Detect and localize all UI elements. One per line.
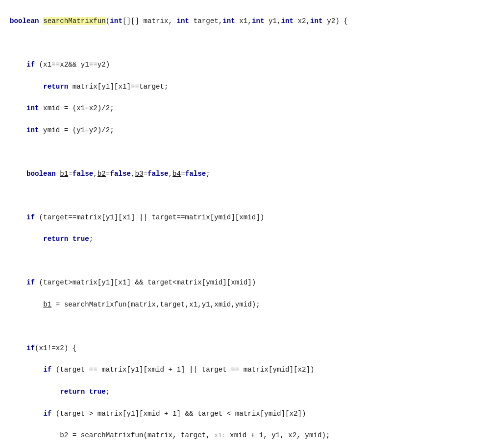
line-20: b2 = searchMatrixfun(matrix, target, x1:… [10, 430, 480, 441]
line-15 [10, 321, 480, 331]
line-17: if (target == matrix[y1][xmid + 1] || ta… [10, 364, 480, 375]
line-7 [10, 147, 480, 158]
line-19: if (target > matrix[y1][xmid + 1] && tar… [10, 408, 480, 419]
line-5: int xmid = (x1+x2)/2; [10, 103, 480, 114]
line-16: if(x1!=x2) { [10, 343, 480, 354]
code-container: boolean searchMatrixfun(int[][] matrix, … [0, 0, 490, 448]
line-2 [10, 38, 480, 48]
line-1: boolean searchMatrixfun(int[][] matrix, … [10, 16, 480, 26]
line-12 [10, 256, 480, 266]
line-8: boolean b1=false,b2=false,b3=false,b4=fa… [10, 168, 480, 179]
code-block: boolean searchMatrixfun(int[][] matrix, … [0, 5, 490, 448]
line-14: b1 = searchMatrixfun(matrix,target,x1,y1… [10, 299, 480, 310]
line-13: if (target>matrix[y1][x1] && target<matr… [10, 277, 480, 288]
line-4: return matrix[y1][x1]==target; [10, 81, 480, 92]
line-10: if (target==matrix[y1][x1] || target==ma… [10, 212, 480, 223]
line-6: int ymid = (y1+y2)/2; [10, 125, 480, 136]
line-9 [10, 190, 480, 201]
line-18: return true; [10, 386, 480, 397]
line-11: return true; [10, 234, 480, 244]
line-3: if (x1==x2&& y1==y2) [10, 59, 480, 70]
